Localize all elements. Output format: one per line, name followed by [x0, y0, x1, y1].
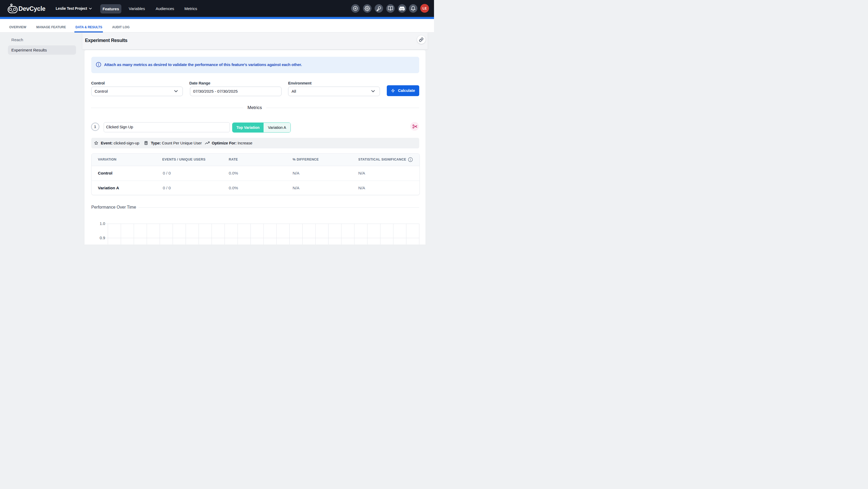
svg-text:0.9: 0.9	[100, 235, 105, 240]
svg-text:1.0: 1.0	[100, 221, 105, 226]
